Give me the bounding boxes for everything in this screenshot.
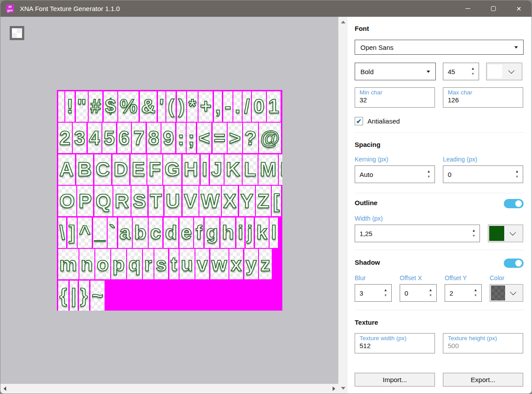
scroll-down-icon[interactable] xyxy=(341,387,345,390)
glyph-cell: = xyxy=(213,123,227,153)
glyph-cell: C xyxy=(94,154,112,185)
texture-section-heading: Texture xyxy=(355,319,524,327)
glyph-cell: V xyxy=(183,186,199,216)
glyph-cell: 9 xyxy=(161,123,175,153)
glyph-cell: . xyxy=(233,91,242,122)
atlas-row: !"#$%&'()*+,-./01 xyxy=(58,91,283,122)
antialiased-checkbox[interactable]: ✔ xyxy=(355,117,363,125)
shadow-offset-y-spinner[interactable]: 2 ▲ ▼ xyxy=(445,284,482,302)
font-style-select[interactable]: Bold xyxy=(355,63,436,80)
glyph-cell: i xyxy=(236,218,245,248)
spin-up-icon[interactable]: ▲ xyxy=(429,289,432,292)
spin-down-icon[interactable]: ▼ xyxy=(384,294,387,297)
settings-panel: Font Open Sans Bold 45 ▲ ▼ xyxy=(348,17,532,394)
spin-down-icon[interactable]: ▼ xyxy=(515,175,519,179)
max-char-field[interactable]: Max char 126 xyxy=(443,87,523,108)
toggle-knob xyxy=(515,260,522,266)
antialiased-label: Antialiased xyxy=(367,117,400,125)
texture-height-field[interactable]: Texture height (px) 500 xyxy=(443,333,523,353)
spin-up-icon[interactable]: ▲ xyxy=(474,289,477,292)
shadow-blur-spinner[interactable]: 3 ▲ ▼ xyxy=(355,284,392,302)
close-button[interactable]: ✕ xyxy=(506,0,532,17)
glyph-cell: x xyxy=(229,249,243,279)
horizontal-scrollbar[interactable] xyxy=(0,384,338,394)
titlebar: Xf gen XNA Font Texture Generator 1.1.0 … xyxy=(0,0,532,17)
glyph-cell: > xyxy=(228,123,242,153)
shadow-toggle[interactable] xyxy=(504,259,524,268)
glyph-cell: r xyxy=(143,249,154,279)
glyph-cell: < xyxy=(197,123,211,153)
glyph-cell: ? xyxy=(243,123,258,153)
import-button[interactable]: Import... xyxy=(355,373,435,386)
glyph-cell: { xyxy=(58,281,69,311)
min-char-field[interactable]: Min char 32 xyxy=(355,87,435,108)
shadow-blur-value: 3 xyxy=(355,285,380,301)
glyph-cell: " xyxy=(76,91,88,122)
glyph-cell: J xyxy=(210,154,224,185)
spin-down-icon[interactable]: ▼ xyxy=(472,234,476,238)
toggle-knob xyxy=(515,200,522,207)
glyph-cell: H xyxy=(183,154,200,185)
spin-down-icon[interactable]: ▼ xyxy=(429,294,432,297)
export-button[interactable]: Export... xyxy=(443,373,523,386)
atlas-row: \]^_`abcdefghijkl xyxy=(58,218,283,248)
font-size-spinner[interactable]: 45 ▲ ▼ xyxy=(443,63,479,80)
spin-up-icon[interactable]: ▲ xyxy=(471,67,475,71)
chevron-down-icon xyxy=(510,289,516,295)
outline-color-dropdown[interactable] xyxy=(488,225,523,242)
spin-up-icon[interactable]: ▲ xyxy=(472,229,476,233)
chevron-down-icon xyxy=(509,68,515,74)
background-checker-button[interactable] xyxy=(10,26,24,40)
glyph-cell: : xyxy=(176,123,186,153)
scroll-up-icon[interactable] xyxy=(341,21,345,23)
glyph-cell: E xyxy=(131,154,146,185)
glyph-cell: ' xyxy=(158,91,165,122)
texture-width-field[interactable]: Texture width (px) 512 xyxy=(355,333,435,353)
max-char-label: Max char xyxy=(448,89,518,96)
caret-down-icon xyxy=(427,71,430,73)
minimize-button[interactable] xyxy=(455,0,480,17)
font-family-value: Open Sans xyxy=(360,44,514,51)
spin-up-icon[interactable]: ▲ xyxy=(384,289,387,292)
glyph-cell: } xyxy=(79,281,90,311)
app-icon-text-bottom: gen xyxy=(6,9,14,12)
leading-spinner[interactable]: 0 ▲ ▼ xyxy=(443,165,523,183)
window-buttons: ✕ xyxy=(455,0,532,17)
glyph-cell: e xyxy=(180,218,193,248)
scroll-left-icon[interactable] xyxy=(4,386,6,391)
spin-up-icon[interactable]: ▲ xyxy=(515,170,519,173)
font-family-select[interactable]: Open Sans xyxy=(355,40,524,55)
glyph-cell: h xyxy=(221,218,236,248)
glyph-cell: _ xyxy=(93,218,107,248)
spin-down-icon[interactable]: ▼ xyxy=(427,175,431,179)
spin-up-icon[interactable]: ▲ xyxy=(427,170,431,173)
spin-down-icon[interactable]: ▼ xyxy=(471,72,475,76)
shadow-offset-x-spinner[interactable]: 0 ▲ ▼ xyxy=(400,284,437,302)
max-char-value: 126 xyxy=(448,96,518,104)
atlas-row: OPQRSTUVWXYZ[ xyxy=(58,186,283,216)
kerning-label: Kerning (px) xyxy=(355,156,435,164)
maximize-button[interactable] xyxy=(480,0,506,17)
kerning-spinner[interactable]: Auto ▲ ▼ xyxy=(355,165,435,183)
shadow-color-dropdown[interactable] xyxy=(490,284,523,302)
glyph-cell: s xyxy=(154,249,168,279)
glyph-cell: z xyxy=(259,249,272,279)
glyph-cell: Q xyxy=(94,186,112,216)
glyph-cell: % xyxy=(118,91,139,122)
shadow-offset-x-label: Offset X xyxy=(400,274,437,282)
font-color-dropdown[interactable] xyxy=(486,63,522,80)
divider xyxy=(355,132,524,133)
scroll-right-icon[interactable] xyxy=(333,386,335,391)
outline-width-spinner[interactable]: 1,25 ▲ ▼ xyxy=(355,225,480,242)
glyph-cell: n xyxy=(79,249,94,279)
glyph-cell: # xyxy=(89,91,102,122)
glyph-cell: c xyxy=(149,218,162,248)
texture-width-value: 512 xyxy=(360,342,430,349)
spin-down-icon[interactable]: ▼ xyxy=(474,294,477,297)
outline-toggle[interactable] xyxy=(504,199,524,208)
glyph-cell: k xyxy=(255,218,269,248)
glyph-cell: $ xyxy=(104,91,117,122)
glyph-cell: g xyxy=(205,218,220,248)
vertical-scrollbar[interactable] xyxy=(338,17,348,394)
glyph-cell: G xyxy=(163,154,181,185)
